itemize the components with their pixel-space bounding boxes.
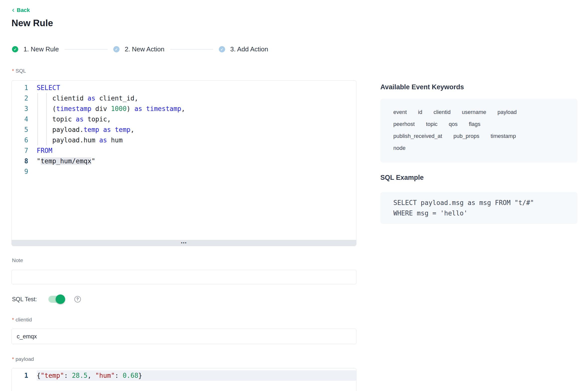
code-line-1[interactable]: 1SELECT: [12, 83, 356, 93]
keyword-event: event: [393, 106, 407, 118]
payload-field-label: *payload: [12, 356, 34, 362]
sql-test-toggle[interactable]: [48, 296, 64, 303]
editor-resize-handle[interactable]: •••: [12, 240, 356, 246]
keyword-flags: flags: [469, 118, 480, 130]
clientid-field-label: *clientid: [12, 317, 32, 323]
line-number: 6: [12, 135, 28, 145]
payload-code-area[interactable]: 1{"temp": 28.5, "hum": 0.68}: [12, 368, 356, 381]
code-line-1[interactable]: 1{"temp": 28.5, "hum": 0.68}: [12, 370, 356, 381]
keyword-publish_received_at: publish_received_at: [393, 130, 442, 142]
keyword-row: publish_received_atpub_propstimestamp: [393, 130, 568, 142]
steps-bar: ✓ 1. New Rule ✓ 2. New Action ✓ 3. Add A…: [12, 45, 268, 53]
code-line-8[interactable]: 8"temp_hum/emqx": [12, 156, 356, 166]
back-button[interactable]: ‹ Back: [12, 6, 30, 14]
step-add-action[interactable]: ✓ 3. Add Action: [219, 45, 268, 53]
step-divider: [170, 49, 213, 50]
line-number: 1: [12, 83, 28, 93]
example-code-line: SELECT payload.msg as msg FROM "t/#": [393, 197, 570, 208]
check-circle-icon: ✓: [12, 46, 18, 52]
code-line-5[interactable]: 5 payload.temp as temp,: [12, 124, 356, 135]
keyword-peerhost: peerhost: [393, 118, 415, 130]
step-divider: [65, 49, 108, 50]
sql-example-heading: SQL Example: [380, 174, 424, 182]
check-circle-icon: ✓: [219, 46, 225, 52]
code-text: {"temp": 28.5, "hum": 0.68}: [37, 370, 356, 381]
resize-dots-icon: •••: [181, 241, 187, 245]
new-rule-page: ‹ Back New Rule ✓ 1. New Rule ✓ 2. New A…: [0, 0, 588, 391]
sql-code-area[interactable]: 1SELECT2 clientid as client_id,3 (timest…: [12, 81, 356, 240]
line-number: 5: [12, 124, 28, 135]
indent-guide: [46, 93, 47, 145]
code-text: (timestamp div 1000) as timestamp,: [37, 103, 356, 114]
keyword-node: node: [393, 142, 406, 154]
back-label: Back: [17, 7, 30, 13]
code-text: "temp_hum/emqx": [37, 156, 356, 166]
sql-code-editor[interactable]: 1SELECT2 clientid as client_id,3 (timest…: [11, 80, 356, 246]
line-number: 7: [12, 145, 28, 156]
code-text: FROM: [37, 145, 356, 156]
code-text: clientid as client_id,: [37, 93, 356, 103]
help-icon[interactable]: ?: [74, 296, 81, 302]
code-text: topic as topic,: [37, 114, 356, 124]
code-line-3[interactable]: 3 (timestamp div 1000) as timestamp,: [12, 103, 356, 114]
code-text: [37, 166, 356, 177]
chevron-left-icon: ‹: [12, 6, 14, 13]
page-title: New Rule: [11, 18, 53, 28]
step-new-rule[interactable]: ✓ 1. New Rule: [12, 45, 59, 53]
note-field-label: Note: [12, 257, 23, 263]
code-line-7[interactable]: 7FROM: [12, 145, 356, 156]
step-label: 1. New Rule: [23, 45, 59, 53]
keyword-payload: payload: [497, 106, 517, 118]
keyword-username: username: [462, 106, 486, 118]
sql-test-row: SQL Test: ?: [12, 296, 81, 303]
keyword-row: node: [393, 142, 568, 154]
keywords-panel: eventidclientidusernamepayloadpeerhostto…: [380, 99, 578, 163]
code-line-6[interactable]: 6 payload.hum as hum: [12, 135, 356, 145]
required-asterisk: *: [12, 356, 14, 362]
keyword-pub_props: pub_props: [453, 130, 479, 142]
sql-test-label: SQL Test:: [12, 296, 37, 303]
example-code-line: WHERE msg = 'hello': [393, 208, 570, 218]
note-input[interactable]: [11, 270, 356, 284]
keyword-clientid: clientid: [434, 106, 450, 118]
line-number: 3: [12, 103, 28, 114]
step-label: 2. New Action: [125, 45, 164, 53]
line-number: 9: [12, 166, 28, 177]
line-number: 2: [12, 93, 28, 103]
keyword-row: eventidclientidusernamepayload: [393, 106, 568, 118]
code-line-4[interactable]: 4 topic as topic,: [12, 114, 356, 124]
sql-example-panel: SELECT payload.msg as msg FROM "t/#"WHER…: [380, 192, 578, 224]
required-asterisk: *: [12, 317, 14, 322]
check-circle-icon: ✓: [113, 46, 120, 52]
keyword-id: id: [418, 106, 422, 118]
keyword-topic: topic: [426, 118, 438, 130]
code-text: payload.hum as hum: [37, 135, 356, 145]
sql-field-label: *SQL: [12, 68, 26, 74]
line-number: 8: [12, 156, 28, 166]
keyword-qos: qos: [449, 118, 457, 130]
indent-guide: [37, 93, 38, 145]
keywords-heading: Available Event Keywords: [380, 83, 464, 91]
code-line-2[interactable]: 2 clientid as client_id,: [12, 93, 356, 103]
payload-code-editor[interactable]: 1{"temp": 28.5, "hum": 0.68}: [11, 368, 356, 391]
keyword-row: peerhosttopicqosflags: [393, 118, 568, 130]
clientid-input[interactable]: [11, 329, 356, 344]
toggle-knob: [56, 294, 65, 304]
step-label: 3. Add Action: [230, 45, 268, 53]
step-new-action[interactable]: ✓ 2. New Action: [113, 45, 164, 53]
line-number: 4: [12, 114, 28, 124]
required-asterisk: *: [12, 68, 14, 74]
line-number: 1: [12, 370, 28, 381]
code-line-9[interactable]: 9: [12, 166, 356, 177]
code-text: SELECT: [37, 83, 356, 93]
code-text: payload.temp as temp,: [37, 124, 356, 135]
keyword-timestamp: timestamp: [491, 130, 516, 142]
